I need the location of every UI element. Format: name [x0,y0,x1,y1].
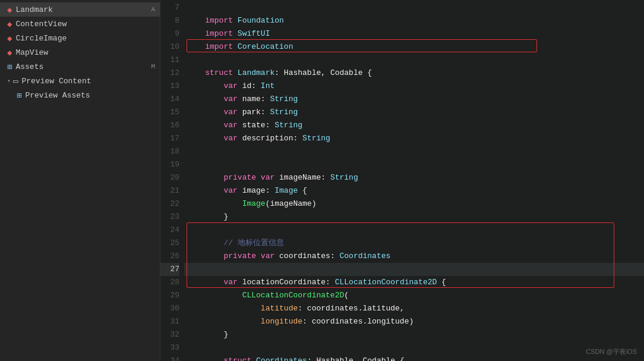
line-num: 19 [160,158,179,171]
code-scroll-area: 7 8 9 10 11 12 13 14 15 16 17 18 19 20 2… [160,0,644,361]
code-line: Image(imageName) [184,197,644,211]
code-line: var description: String [184,132,644,145]
sidebar-item-label: Preview Content [21,77,91,86]
sidebar-item-label: ContentView [15,20,67,29]
code-line: CLLocationCoordinate2D( [184,289,644,302]
code-line: latitude: coordinates.latitude, [184,302,644,315]
code-line: private var imageName: String [184,171,644,184]
code-editor: 7 8 9 10 11 12 13 14 15 16 17 18 19 20 2… [160,0,644,361]
code-line: var id: Int [184,80,644,93]
sidebar-item-circleimage[interactable]: ◆ CircleImage [0,31,160,45]
code-line [184,158,644,171]
sidebar-item-label: Assets [15,62,43,71]
line-num: 10 [160,40,179,54]
line-num: 13 [160,80,179,93]
swift-icon: ◆ [7,48,12,58]
chevron-down-icon: ▾ [7,77,11,84]
line-num: 24 [160,224,179,237]
line-num: 25 [160,237,179,250]
line-numbers: 7 8 9 10 11 12 13 14 15 16 17 18 19 20 2… [160,0,184,361]
code-line: import Foundation [184,14,644,27]
code-wrapper: import Foundation import SwiftUI import … [184,0,644,361]
sidebar-badge: M [151,63,155,70]
sidebar-item-label: Preview Assets [25,91,90,100]
sidebar-item-mapview[interactable]: ◆ MapView [0,45,160,59]
line-num: 14 [160,93,179,106]
sidebar-item-preview-content[interactable]: ▾ ▭ Preview Content [0,74,160,88]
line-num: 31 [160,315,179,328]
sidebar-item-label: MapView [15,48,48,57]
code-line [184,224,644,237]
code-line-10: import CoreLocation [184,40,644,54]
line-num: 9 [160,27,179,40]
sidebar-item-landmark[interactable]: ◆ Landmark A [0,2,160,17]
code-line: var state: String [184,119,644,132]
code-line [184,341,644,354]
assets-icon: ⊞ [7,62,12,72]
folder-icon: ▭ [13,76,18,86]
line-num: 26 [160,250,179,263]
code-line [184,54,644,67]
line-num: 28 [160,276,179,289]
code-line: var park: String [184,106,644,119]
line-num: 33 [160,341,179,354]
line-num: 17 [160,132,179,145]
line-num: 8 [160,14,179,27]
sidebar-item-preview-assets[interactable]: ⊞ Preview Assets [0,88,160,102]
line-num: 27 [160,263,179,276]
code-line: // 地标位置信息 [184,237,644,250]
swift-icon: ◆ [7,5,12,15]
code-line: import SwiftUI [184,27,644,40]
code-line: struct Landmark: Hashable, Codable { [184,67,644,80]
code-line: struct Coordinates: Hashable, Codable { [184,354,644,361]
line-num: 18 [160,145,179,158]
sidebar-item-assets[interactable]: ⊞ Assets M [0,59,160,74]
line-num: 29 [160,289,179,302]
code-line: } [184,211,644,224]
line-num: 7 [160,1,179,14]
line-num: 11 [160,54,179,67]
code-line-28: var locationCoordinate: CLLocationCoordi… [184,276,644,289]
code-line: var name: String [184,93,644,106]
code-line [184,145,644,158]
sidebar-badge: A [151,6,155,13]
watermark: CSDN @宇夜iOS [586,347,637,356]
line-num: 30 [160,302,179,315]
code-line: var image: Image { [184,184,644,197]
sidebar-item-label: CircleImage [15,34,67,43]
code-lines: import Foundation import SwiftUI import … [184,0,644,361]
file-navigator: ◆ Landmark A ◆ ContentView ◆ CircleImage… [0,0,160,361]
code-line: private var coordinates: Coordinates [184,250,644,263]
code-line: longitude: coordinates.longitude) [184,315,644,328]
code-line-32: } [184,328,644,341]
preview-assets-icon: ⊞ [17,90,21,101]
line-num: 34 [160,354,179,361]
code-line [184,1,644,14]
sidebar-item-contentview[interactable]: ◆ ContentView [0,17,160,31]
line-num: 23 [160,211,179,224]
line-num: 16 [160,119,179,132]
swift-icon: ◆ [7,19,12,29]
line-num: 21 [160,184,179,197]
line-num: 20 [160,171,179,184]
code-line-27 [184,263,644,276]
line-num: 32 [160,328,179,341]
line-num: 12 [160,67,179,80]
sidebar-item-label: Landmark [15,5,52,14]
line-num: 22 [160,197,179,211]
line-num: 15 [160,106,179,119]
swift-icon: ◆ [7,33,12,43]
